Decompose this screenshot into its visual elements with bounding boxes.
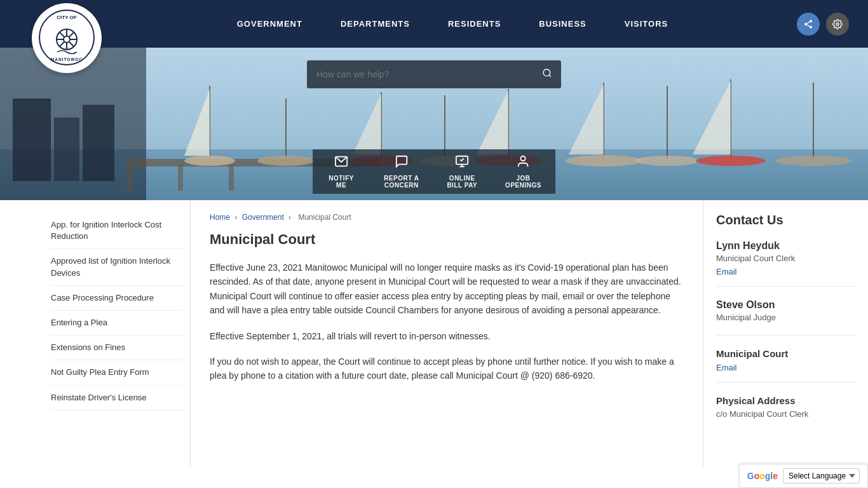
report-label: REPORT ACONCERN: [384, 175, 419, 189]
main-text-body: Effective June 23, 2021 Manitowoc Munici…: [210, 261, 684, 383]
breadcrumb: Home › Government › Municipal Court: [210, 213, 684, 222]
quick-link-report[interactable]: REPORT ACONCERN: [370, 149, 433, 194]
person-icon: [517, 154, 531, 168]
billpay-label: ONLINEBILL PAY: [447, 175, 477, 189]
svg-point-52: [543, 69, 550, 76]
logo-svg: CITY OF MANITOWOC: [38, 9, 95, 66]
main-paragraph-2: Effective September 1, 2021, all trials …: [210, 329, 684, 343]
sidebar-link-reinstate[interactable]: Reinstate Driver's License: [51, 386, 184, 410]
svg-point-58: [521, 156, 526, 161]
nav-visitors[interactable]: VISITORS: [625, 19, 668, 29]
share-icon: [803, 19, 813, 29]
sidebar-link-case-processing[interactable]: Case Processing Procedure: [51, 286, 184, 311]
breadcrumb-current: Municipal Court: [298, 213, 351, 222]
quick-link-billpay[interactable]: ONLINEBILL PAY: [433, 149, 491, 194]
search-container: [307, 60, 561, 88]
main-paragraph-3: If you do not wish to appear, the Court …: [210, 355, 684, 383]
search-icon: [542, 68, 552, 78]
language-select[interactable]: Select Language English Spanish French G…: [783, 468, 860, 484]
sidebar-link-not-guilty[interactable]: Not Guilty Plea Entry Form: [51, 360, 184, 385]
billpay-icon: [455, 154, 469, 172]
svg-point-18: [836, 23, 839, 25]
svg-line-16: [807, 25, 810, 27]
contact-person-steve: Steve Olson Municipal Judge: [716, 299, 855, 336]
svg-line-8: [60, 32, 65, 37]
jobs-label: JOBOPENINGS: [505, 175, 541, 189]
quick-link-jobs[interactable]: JOBOPENINGS: [491, 149, 555, 194]
nav-business[interactable]: BUSINESS: [539, 19, 586, 29]
chat-icon: [395, 154, 409, 168]
contact-court: Municipal Court Email: [716, 348, 855, 383]
breadcrumb-separator-2: ›: [288, 213, 291, 222]
right-sidebar: Contact Us Lynn Heyduk Municipal Court C…: [703, 200, 868, 467]
svg-line-11: [60, 41, 65, 46]
breadcrumb-government[interactable]: Government: [242, 213, 284, 222]
search-button[interactable]: [533, 60, 561, 88]
share-button[interactable]: [797, 13, 820, 36]
svg-line-53: [549, 75, 551, 77]
main-paragraph-1: Effective June 23, 2021 Manitowoc Munici…: [210, 261, 684, 318]
jobs-icon: [517, 154, 531, 172]
contact-name-steve: Steve Olson: [716, 299, 855, 311]
contact-court-name: Municipal Court: [716, 348, 855, 359]
svg-text:CITY OF: CITY OF: [57, 15, 77, 20]
logo[interactable]: CITY OF MANITOWOC: [32, 3, 102, 73]
contact-title-steve: Municipal Judge: [716, 313, 855, 322]
sidebar-link-ignition-list[interactable]: Approved list of Ignition Interlock Devi…: [51, 249, 184, 285]
header-actions: [797, 13, 849, 36]
notify-icon: [334, 154, 348, 172]
report-icon: [395, 154, 409, 172]
quick-link-notify[interactable]: NOTIFYME: [313, 149, 370, 194]
site-header: CITY OF MANITOWOC GOVERNMENT DEPARTMENT: [0, 0, 868, 48]
svg-point-15: [810, 25, 812, 28]
contact-name-lynn: Lynn Heyduk: [716, 240, 855, 252]
breadcrumb-home[interactable]: Home: [210, 213, 230, 222]
notify-label: NOTIFYME: [329, 175, 354, 189]
contact-address-line1: c/o Municipal Court Clerk: [716, 409, 855, 419]
svg-point-13: [810, 20, 812, 22]
google-translate-bar: Google Select Language English Spanish F…: [739, 464, 868, 488]
sidebar-link-ignition-cost[interactable]: App. for Ignition Interlock Cost Reducti…: [51, 213, 184, 249]
sidebar: App. for Ignition Interlock Cost Reducti…: [0, 200, 191, 467]
contact-person-lynn: Lynn Heyduk Municipal Court Clerk Email: [716, 240, 855, 287]
gear-icon: [832, 19, 843, 29]
contact-title-lynn: Municipal Court Clerk: [716, 254, 855, 263]
main-nav: GOVERNMENT DEPARTMENTS RESIDENTS BUSINES…: [108, 19, 797, 29]
svg-line-17: [807, 22, 810, 24]
sidebar-link-entering-plea[interactable]: Entering a Plea: [51, 311, 184, 336]
contact-us-title: Contact Us: [716, 213, 855, 227]
monitor-icon: [455, 154, 469, 168]
svg-point-14: [804, 23, 807, 25]
quick-links-bar: NOTIFYME REPORT ACONCERN ONLINEBILL P: [313, 149, 555, 194]
envelope-icon: [334, 154, 348, 168]
svg-text:MANITOWOC: MANITOWOC: [51, 57, 83, 62]
google-logo: Google: [747, 471, 778, 481]
breadcrumb-separator-1: ›: [234, 213, 237, 222]
contact-address-title: Physical Address: [716, 395, 855, 406]
main-content: Home › Government › Municipal Court Muni…: [191, 200, 703, 467]
svg-line-9: [69, 41, 74, 46]
search-input[interactable]: [307, 60, 533, 88]
nav-departments[interactable]: DEPARTMENTS: [341, 19, 410, 29]
contact-email-lynn[interactable]: Email: [716, 267, 737, 276]
sidebar-link-extensions[interactable]: Extensions on Fines: [51, 336, 184, 360]
nav-residents[interactable]: RESIDENTS: [448, 19, 501, 29]
contact-email-court[interactable]: Email: [716, 363, 737, 372]
page-title: Municipal Court: [210, 231, 684, 248]
svg-point-3: [64, 36, 70, 43]
settings-button[interactable]: [826, 13, 849, 36]
nav-government[interactable]: GOVERNMENT: [237, 19, 302, 29]
content-area: App. for Ignition Interlock Cost Reducti…: [0, 200, 868, 467]
hero-section: NOTIFYME REPORT ACONCERN ONLINEBILL P: [0, 48, 868, 200]
contact-address: Physical Address c/o Municipal Court Cle…: [716, 395, 855, 428]
svg-line-10: [69, 32, 74, 37]
